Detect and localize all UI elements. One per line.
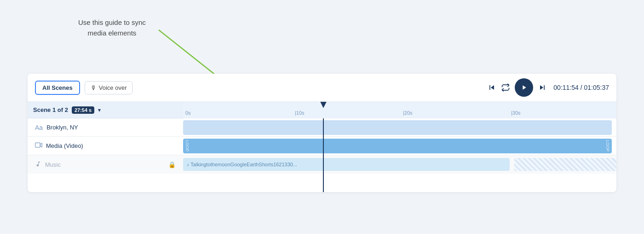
ruler-mark-30: |30s [511, 110, 521, 116]
music-track-row: Music 🔒 ♪ TalkingtothemoonGoogleEarthSho… [28, 155, 616, 174]
video-track-name: Media (Video) [46, 142, 83, 149]
timeline-container: All Scenes 🎙 Voice over 00:11:54 / 01:05… [28, 74, 616, 192]
skip-back-button[interactable] [487, 83, 496, 92]
tooltip-line2: media elements [87, 29, 136, 37]
playhead-triangle [320, 102, 327, 108]
lock-icon: 🔒 [168, 161, 176, 168]
skip-forward-button[interactable] [538, 83, 547, 92]
ruler-mark-10: |10s [295, 110, 305, 116]
text-track-name: Broklyn, NY [46, 124, 78, 131]
scene-label: Scene 1 of 2 [33, 106, 68, 113]
video-track-row: Media (Video) LOOP LOOP [28, 137, 616, 155]
voice-over-button[interactable]: 🎙 Voice over [85, 81, 133, 94]
microphone-icon: 🎙 [91, 84, 97, 91]
svg-rect-2 [35, 143, 40, 147]
ruler-mark-0: 0s [185, 110, 191, 116]
scene-badge: 27:54 s [72, 106, 94, 114]
text-track-content[interactable] [183, 118, 616, 136]
scene-row: Scene 1 of 2 27:54 s ▾ 0s |10s |20s |30s [28, 102, 616, 118]
music-label-left: Music [35, 161, 61, 169]
scene-label-area: Scene 1 of 2 27:54 s ▾ [28, 106, 183, 114]
total-time: 01:05:37 [584, 84, 610, 91]
video-track-label: Media (Video) [28, 137, 183, 155]
loop-button[interactable] [501, 83, 510, 92]
music-note-icon [35, 161, 41, 169]
playhead-line [323, 118, 324, 192]
video-track-bar[interactable]: LOOP LOOP [183, 139, 612, 153]
header-bar: All Scenes 🎙 Voice over 00:11:54 / 01:05… [28, 74, 616, 102]
music-track-bar[interactable]: ♪ TalkingtothemoonGoogleEarthShorts16213… [183, 158, 510, 171]
text-track-row: Aa Broklyn, NY [28, 118, 616, 137]
tooltip-line1: Use this guide to sync [78, 18, 146, 26]
text-icon: Aa [35, 124, 43, 131]
current-time: 00:11:54 [553, 84, 579, 91]
play-button[interactable] [515, 78, 533, 97]
voice-over-label: Voice over [99, 84, 127, 91]
transport-controls: 00:11:54 / 01:05:37 [487, 78, 609, 97]
music-track-label: Music 🔒 [28, 155, 183, 174]
music-track-name: Music [45, 161, 61, 168]
music-hatch-area [514, 158, 616, 171]
ruler-mark-20: |20s [403, 110, 413, 116]
music-file-name: ♪ TalkingtothemoonGoogleEarthShorts16213… [187, 162, 297, 167]
music-track-content[interactable]: ♪ TalkingtothemoonGoogleEarthShorts16213… [183, 155, 616, 174]
loop-label-left: LOOP [185, 140, 190, 152]
timeline-ruler: 0s |10s |20s |30s [183, 102, 616, 118]
text-track-label: Aa Broklyn, NY [28, 118, 183, 136]
text-track-bar[interactable] [183, 120, 612, 135]
time-separator: / [581, 84, 584, 91]
all-scenes-button[interactable]: All Scenes [35, 81, 80, 95]
scene-chevron-button[interactable]: ▾ [98, 107, 101, 113]
empty-row [28, 174, 616, 192]
time-display: 00:11:54 / 01:05:37 [553, 84, 609, 91]
video-icon [35, 142, 42, 150]
loop-label-right: LOOP [605, 140, 610, 152]
tooltip: Use this guide to sync media elements [78, 18, 146, 38]
timeline-section: Scene 1 of 2 27:54 s ▾ 0s |10s |20s |30s [28, 102, 616, 192]
video-track-content[interactable]: LOOP LOOP [183, 137, 616, 155]
